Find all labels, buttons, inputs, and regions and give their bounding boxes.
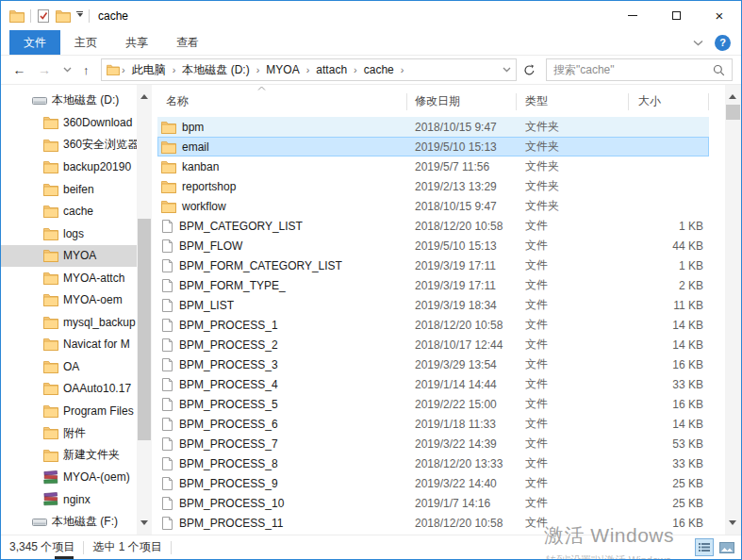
sidebar-item[interactable]: MYOA-attch	[1, 267, 137, 289]
sidebar-item[interactable]: OA	[1, 355, 137, 378]
search-input[interactable]: 搜索"cache"	[546, 58, 733, 81]
file-row[interactable]: BPM_FLOW 2019/5/10 15:13 文件 44 KB	[157, 236, 709, 255]
ribbon-tab[interactable]: 文件	[9, 30, 60, 55]
breadcrumb-item[interactable]: attach ›	[311, 63, 358, 76]
qat-dropdown-icon[interactable]	[76, 11, 83, 20]
file-row[interactable]: reportshop 2019/2/13 13:29 文件夹	[157, 176, 709, 196]
file-row[interactable]: BPM_PROCESS_2 2018/10/17 12:44 文件 14 KB	[157, 335, 709, 354]
column-header-size[interactable]: 大小	[629, 85, 709, 117]
minimize-button[interactable]	[611, 1, 654, 30]
search-icon[interactable]	[713, 64, 725, 76]
file-row[interactable]: BPM_PROCESS_9 2019/3/22 14:40 文件 25 KB	[157, 473, 709, 493]
sidebar-item-label: 360Download	[63, 116, 132, 129]
sidebar-item[interactable]: mysql_backup	[1, 311, 137, 334]
file-type: 文件	[517, 515, 629, 531]
sidebar-item[interactable]: Program Files	[1, 400, 137, 422]
scrollbar-thumb[interactable]	[726, 105, 740, 120]
file-row[interactable]: BPM_LIST 2019/3/19 18:34 文件 11 KB	[157, 295, 709, 315]
file-row[interactable]: BPM_FORM_CATEGORY_LIST 2019/3/19 17:11 文…	[157, 255, 709, 275]
file-row[interactable]: kanban 2019/5/7 11:56 文件夹	[157, 156, 709, 176]
ribbon-tab[interactable]: 共享	[111, 30, 162, 55]
forward-button[interactable]: →	[38, 62, 51, 77]
folder-icon	[43, 404, 58, 418]
file-name: kanban	[182, 160, 219, 173]
file-name-cell: BPM_LIST	[157, 298, 407, 313]
sidebar-item[interactable]: MYOA-oem	[1, 289, 137, 312]
file-row[interactable]: BPM_PROCESS_7 2019/3/22 14:39 文件 53 KB	[157, 434, 709, 453]
close-button[interactable]: ×	[698, 1, 741, 30]
folder-icon[interactable]	[9, 9, 25, 23]
file-row[interactable]: BPM_PROCESS_3 2019/3/29 13:54 文件 16 KB	[157, 354, 709, 374]
sidebar-item[interactable]: MYOA-(oem)	[1, 467, 137, 489]
file-row[interactable]: BPM_PROCESS_10 2019/1/7 14:16 文件 25 KB	[157, 493, 709, 513]
details-view-icon[interactable]	[695, 538, 714, 556]
breadcrumb-item[interactable]: cache ›	[359, 63, 406, 76]
sidebar-item[interactable]: beifen	[1, 178, 137, 201]
background-window-edge	[55, 556, 74, 559]
sidebar-item[interactable]: 本地磁盘 (D:)	[1, 90, 137, 112]
new-folder-icon[interactable]	[56, 9, 71, 23]
file-type: 文件	[517, 277, 629, 293]
breadcrumb-separator: ›	[171, 64, 178, 75]
sidebar-item[interactable]: nginx	[1, 488, 137, 511]
maximize-button[interactable]	[654, 1, 698, 30]
file-row[interactable]: BPM_PROCESS_11 2018/12/20 10:58 文件 16 KB	[157, 513, 709, 533]
sidebar-item[interactable]: 360安全浏览器	[1, 134, 137, 156]
file-list-scrollbar[interactable]	[725, 85, 741, 535]
sidebar-item[interactable]: 附件	[1, 422, 137, 445]
sidebar-item[interactable]: 本地磁盘 (F:)	[1, 511, 137, 534]
back-button[interactable]: ←	[13, 62, 26, 77]
file-name: BPM_PROCESS_1	[179, 319, 278, 332]
thumbnail-view-icon[interactable]	[717, 538, 736, 556]
file-row[interactable]: BPM_FORM_TYPE_ 2019/3/19 17:11 文件 2 KB	[157, 275, 709, 295]
sidebar-item[interactable]: 新建文件夹	[1, 444, 137, 467]
file-row[interactable]: bpm 2018/10/15 9:47 文件夹	[157, 117, 709, 137]
sidebar-item[interactable]: OAAuto10.17	[1, 378, 137, 401]
sidebar-item[interactable]: logs	[1, 222, 137, 245]
help-question-icon[interactable]: ?	[715, 35, 731, 51]
sidebar-item[interactable]: cache	[1, 201, 137, 223]
sidebar-item[interactable]: MYOA	[1, 245, 137, 268]
ribbon-tab[interactable]: 主页	[60, 30, 111, 55]
file-row[interactable]: BPM_PROCESS_5 2019/2/22 15:00 文件 16 KB	[157, 394, 709, 414]
recent-locations-chevron-icon[interactable]	[63, 67, 72, 73]
up-button[interactable]: ↑	[83, 63, 90, 77]
column-header-name[interactable]: 名称	[152, 85, 407, 117]
drive-icon	[32, 95, 47, 106]
file-row[interactable]: email 2019/5/10 15:13 文件夹	[157, 137, 709, 156]
breadcrumb-item[interactable]: MYOA ›	[261, 63, 311, 76]
file-type: 文件	[517, 297, 629, 313]
ribbon-tab-bar: 文件主页共享查看 ?	[1, 30, 741, 56]
address-bar[interactable]: › 此电脑 › 本地磁盘 (D:) › MYOA › attach › cach…	[101, 58, 517, 81]
file-row[interactable]: BPM_PROCESS_8 2018/12/20 13:33 文件 33 KB	[157, 453, 709, 473]
sidebar-scrollbar[interactable]	[137, 85, 152, 535]
chevron-down-icon[interactable]	[693, 40, 703, 46]
file-icon	[161, 496, 173, 511]
address-dropdown-chevron-icon[interactable]	[503, 67, 511, 73]
scroll-up-icon[interactable]	[140, 91, 148, 99]
sidebar-item[interactable]: backup20190	[1, 156, 137, 179]
file-row[interactable]: BPM_PROCESS_4 2019/1/14 14:44 文件 33 KB	[157, 374, 709, 394]
file-row[interactable]: workflow 2018/10/15 9:47 文件夹	[157, 196, 709, 216]
sidebar-item[interactable]: 360Download	[1, 112, 137, 135]
scroll-up-icon[interactable]	[729, 91, 736, 99]
properties-check-icon[interactable]	[37, 8, 50, 24]
file-icon	[161, 516, 173, 531]
scrollbar-thumb[interactable]	[138, 219, 151, 440]
scroll-down-icon[interactable]	[140, 520, 148, 529]
breadcrumb-item[interactable]: 此电脑 ›	[127, 62, 178, 78]
file-row[interactable]: BPM_PROCESS_1 2018/12/20 10:58 文件 14 KB	[157, 315, 709, 335]
sidebar-item-label: 360安全浏览器	[63, 137, 137, 153]
refresh-icon[interactable]	[517, 64, 541, 76]
sidebar-item[interactable]: Navicat for M	[1, 334, 137, 356]
breadcrumb-item[interactable]: 本地磁盘 (D:) ›	[177, 62, 261, 78]
column-header-type[interactable]: 类型	[517, 85, 629, 117]
file-name: BPM_PROCESS_3	[179, 358, 278, 371]
ribbon-tab[interactable]: 查看	[162, 30, 213, 55]
file-row[interactable]: BPM_PROCESS_6 2019/1/18 11:33 文件 14 KB	[157, 414, 709, 434]
file-name: workflow	[182, 200, 226, 213]
file-row[interactable]: BPM_CATEGORY_LIST 2018/12/20 10:58 文件 1 …	[157, 216, 709, 236]
scroll-down-icon[interactable]	[729, 520, 736, 529]
selected-count: 选中 1 个项目	[92, 539, 161, 555]
column-header-date[interactable]: 修改日期	[407, 85, 517, 117]
